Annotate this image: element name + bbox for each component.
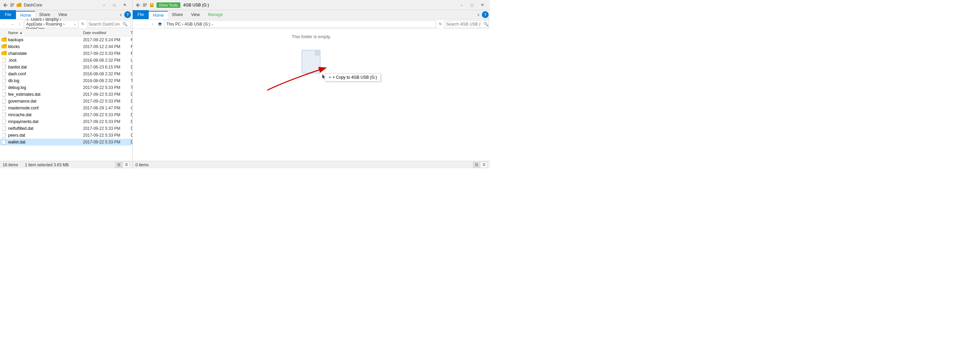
right-address-bar: ← → ↑ 💻 This PC › 4GB USB (G:) ⌄ ↻ 🔍	[133, 19, 490, 29]
file-row[interactable]: fee_estimates.dat2017-09-22 5:33 PMDAT F…	[0, 91, 132, 98]
back-icon	[3, 2, 8, 8]
left-search-input[interactable]	[87, 22, 121, 27]
svg-rect-51	[143, 6, 146, 6]
left-up-button[interactable]: ↑	[16, 21, 23, 27]
left-forward-button[interactable]: →	[9, 21, 16, 27]
file-date: 2017-09-22 5:33 PM	[83, 85, 130, 90]
file-type: DAT File	[130, 99, 132, 104]
left-status-bar: 16 items 1 item selected 3.63 MB ☷ ☶	[0, 161, 132, 168]
right-forward-button[interactable]: →	[142, 21, 148, 27]
right-refresh-button[interactable]: ↻	[437, 21, 444, 27]
file-row[interactable]: masternode.conf2017-06-29 1:47 PMCONF Fi…	[0, 105, 132, 112]
right-up-button[interactable]: ↑	[149, 21, 156, 27]
file-date: 2017-06-23 6:15 PM	[83, 65, 130, 70]
file-row[interactable]: governance.dat2017-09-22 5:33 PMDAT File…	[0, 98, 132, 105]
left-search-box[interactable]: 🔍	[87, 21, 131, 28]
right-help-button[interactable]: ?	[482, 11, 488, 18]
file-type: File folder	[130, 51, 132, 56]
right-tab-manage[interactable]: Manage	[204, 10, 227, 19]
right-search-box[interactable]: 🔍	[444, 21, 488, 28]
file-type: CONF File	[130, 72, 132, 76]
left-tab-file[interactable]: File	[0, 10, 16, 19]
svg-rect-49	[143, 3, 147, 4]
svg-marker-1	[3, 3, 8, 7]
file-date: 2017-09-22 5:33 PM	[83, 133, 130, 138]
right-title-bar: Drive Tools 4GB USB (G:) − □ ✕	[133, 0, 490, 10]
file-row[interactable]: netfulfilled.dat2017-09-22 5:33 PMDAT Fi…	[0, 125, 132, 132]
file-row[interactable]: chainstate2017-09-22 5:33 PMFile folder	[0, 50, 132, 57]
right-details-view-button[interactable]: ☶	[480, 162, 487, 168]
file-type: DAT File	[130, 119, 132, 124]
file-row[interactable]: mncache.dat2017-09-22 5:33 PMDAT File5,6…	[0, 112, 132, 118]
left-refresh-button[interactable]: ↻	[79, 21, 86, 27]
file-icon	[2, 112, 7, 118]
file-row[interactable]: peers.dat2017-09-22 5:33 PMDAT File4,176…	[0, 132, 132, 139]
file-date: 2017-09-22 5:33 PM	[83, 99, 130, 104]
right-ribbon-chevron[interactable]: ∨	[475, 11, 482, 18]
file-row[interactable]: backups2017-09-22 5:24 PMFile folder	[0, 37, 132, 43]
file-row[interactable]: dash.conf2016-08-08 2:32 PMCONF File0 KB	[0, 70, 132, 77]
left-address-path[interactable]: ■ Users › strophy › AppData › Roaming › …	[24, 21, 79, 28]
right-tab-file[interactable]: File	[133, 10, 149, 19]
file-row[interactable]: wallet.dat2017-09-22 5:33 PMDAT File3,72…	[0, 139, 132, 145]
right-window-controls: − □ ✕	[457, 2, 487, 8]
file-icon	[2, 92, 7, 97]
file-icon	[2, 78, 7, 83]
file-row[interactable]: mnpayments.dat2017-09-22 5:33 PMDAT File…	[0, 118, 132, 125]
file-name: masternode.conf	[8, 105, 83, 110]
right-search-icon: 🔍	[482, 22, 490, 27]
left-list-view-button[interactable]: ☷	[115, 162, 122, 168]
file-row[interactable]: db.log2016-08-08 2:32 PMText Document0 K…	[0, 77, 132, 84]
right-list-view-button[interactable]: ☷	[473, 162, 480, 168]
left-close-button[interactable]: ✕	[119, 2, 130, 8]
left-details-view-button[interactable]: ☶	[123, 162, 130, 168]
right-close-button[interactable]: ✕	[477, 2, 487, 8]
col-header-date[interactable]: Date modified	[83, 31, 130, 35]
right-title-icons	[135, 2, 154, 8]
file-row[interactable]: debug.log2017-09-22 5:33 PMText Document…	[0, 84, 132, 91]
file-type: Text Document	[130, 78, 132, 83]
left-ribbon-chevron[interactable]: ∨	[118, 11, 124, 18]
file-row[interactable]: .lock2016-08-08 2:32 PMLOCK File0 KB	[0, 57, 132, 64]
svg-rect-54	[151, 4, 153, 5]
right-minimize-button[interactable]: −	[457, 2, 467, 8]
right-back-icon	[135, 2, 141, 8]
file-date: 2017-06-29 1:47 PM	[83, 105, 130, 110]
left-help-button[interactable]: ?	[124, 11, 131, 18]
empty-folder-message: This folder is empty.	[133, 29, 490, 39]
svg-rect-4	[10, 5, 14, 5]
right-address-path[interactable]: This PC › 4GB USB (G:) ⌄	[164, 21, 436, 28]
right-tab-view[interactable]: View	[187, 10, 204, 19]
file-type: DAT File	[130, 65, 132, 70]
col-header-name[interactable]: Name ▲	[2, 31, 83, 35]
left-item-count: 16 items	[3, 163, 18, 167]
right-tab-share[interactable]: Share	[168, 10, 187, 19]
right-search-input[interactable]	[445, 22, 482, 27]
copy-tooltip: + + Copy to 4GB USB (G:)	[325, 73, 381, 81]
right-back-button[interactable]: ←	[134, 21, 141, 27]
file-name: .lock	[8, 58, 83, 63]
left-minimize-button[interactable]: −	[99, 2, 109, 8]
file-date: 2016-08-08 2:32 PM	[83, 78, 130, 83]
folder-icon	[2, 37, 7, 43]
left-back-button[interactable]: ←	[2, 21, 8, 27]
left-maximize-button[interactable]: □	[109, 2, 119, 8]
file-date: 2017-09-22 5:24 PM	[83, 37, 130, 42]
folder-icon	[2, 44, 7, 50]
right-tab-home[interactable]: Home	[149, 11, 168, 19]
file-name: mnpayments.dat	[8, 119, 83, 124]
file-row[interactable]: blocks2017-09-12 2:44 PMFile folder	[0, 43, 132, 50]
file-name: blocks	[8, 44, 83, 49]
file-name: netfulfilled.dat	[8, 126, 83, 131]
right-path-chevron: ⌄	[211, 22, 214, 26]
file-row[interactable]: banlist.dat2017-06-23 6:15 PMDAT File1 K…	[0, 64, 132, 70]
right-view-buttons: ☷ ☶	[473, 162, 487, 168]
right-path-text: This PC › 4GB USB (G:)	[166, 22, 210, 27]
right-computer-button[interactable]: 💻	[156, 21, 163, 27]
file-name: peers.dat	[8, 133, 83, 138]
left-window-title: DashCore	[24, 3, 99, 8]
folder-icon-small	[16, 2, 22, 8]
file-icon	[2, 119, 7, 125]
right-item-count: 0 items	[135, 163, 149, 167]
right-maximize-button[interactable]: □	[467, 2, 477, 8]
